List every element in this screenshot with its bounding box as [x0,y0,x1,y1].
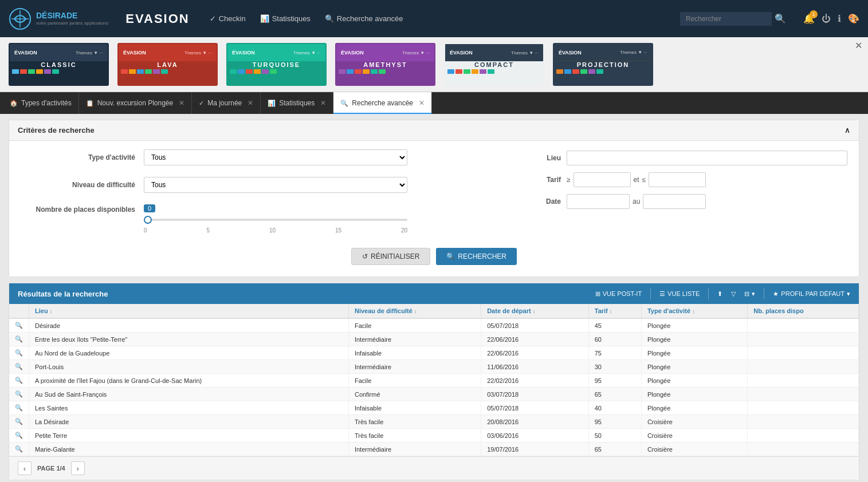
row-search-icon[interactable]: 🔍 [9,415,29,429]
col-search [9,304,29,318]
export-action[interactable]: ⬆ [717,290,722,298]
tab-recherche-avancee[interactable]: 🔍 Recherche avancée ✕ [333,92,432,114]
tab-ma-journee[interactable]: ✓ Ma journée ✕ [192,92,261,114]
cell-date: 22/06/2016 [481,346,589,360]
table-row[interactable]: 🔍 Désirade Facile 05/07/2018 45 Plongée [9,318,859,333]
date-to-input[interactable] [643,194,706,209]
pagination: ‹ PAGE 1/4 › [9,456,859,480]
next-page-button[interactable]: › [71,461,85,475]
cell-tarif: 95 [588,415,641,429]
row-search-icon[interactable]: 🔍 [9,401,29,415]
row-search-icon[interactable]: 🔍 [9,388,29,401]
columns-action[interactable]: ⊟ ▾ [744,290,755,298]
cell-niveau: Intermédiaire [348,333,481,346]
table-row[interactable]: 🔍 Petite Terre Très facile 03/06/2016 50… [9,429,859,443]
slider-thumb[interactable] [144,216,152,224]
notification-icon[interactable]: 🔔 1 [803,13,815,24]
info-icon[interactable]: ℹ [838,13,841,24]
date-from-input[interactable] [567,194,630,209]
cell-type: Croisière [641,415,747,429]
tab-nouv-excursion[interactable]: 📋 Nouv. excursion Plongée ✕ [79,92,193,114]
results-table: Lieu ↕ Niveau de difficulté ↕ Date de dé… [9,304,859,456]
cell-tarif: 30 [588,360,641,374]
cell-type: Plongée [641,360,747,374]
cell-date: 05/07/2018 [481,318,589,333]
col-nb-places[interactable]: Nb. places dispo [748,304,859,318]
tab-close-journee[interactable]: ✕ [248,99,253,107]
vue-liste-action[interactable]: ☰ VUE LISTE [659,290,700,298]
cell-nb-places [748,443,859,456]
postit-icon: ⊞ [595,290,600,298]
search-submit-icon[interactable]: 🔍 [775,13,786,24]
filter-action[interactable]: ▽ [731,290,736,298]
row-search-icon[interactable]: 🔍 [9,443,29,456]
table-row[interactable]: 🔍 La Désirade Très facile 20/08/2016 95 … [9,415,859,429]
col-date[interactable]: Date de départ ↕ [481,304,589,318]
chart-icon: 📊 [260,14,269,23]
stats-icon: 📊 [268,100,276,107]
table-header-row: Lieu ↕ Niveau de difficulté ↕ Date de dé… [9,304,859,318]
lieu-label: Lieu [532,154,561,162]
cell-tarif: 75 [588,346,641,360]
row-search-icon[interactable]: 🔍 [9,346,29,360]
collapse-icon[interactable]: ∧ [845,126,850,135]
tab-statistiques[interactable]: 📊 Statistiques ✕ [261,92,333,114]
slider-mark-0: 0 [144,227,147,234]
lieu-input[interactable] [567,151,847,165]
check-icon: ✓ [210,14,216,23]
table-row[interactable]: 🔍 Au Nord de la Guadeloupe Infaisable 22… [9,346,859,360]
reset-button[interactable]: ↺ RÉINITIALISER [351,248,430,265]
col-niveau[interactable]: Niveau de difficulté ↕ [348,304,481,318]
nav-statistiques[interactable]: 📊 Statistiques [260,14,311,23]
power-icon[interactable]: ⏻ [822,14,831,24]
palette-icon[interactable]: 🎨 [848,13,859,24]
table-row[interactable]: 🔍 A proximité de l'îlet Fajou (dans le G… [9,374,859,388]
table-row[interactable]: 🔍 Au Sud de Saint-François Confirmé 03/0… [9,388,859,401]
theme-compact[interactable]: ÉVASION Themes ▼ ··· COMPACT [444,43,544,86]
close-theme-panel[interactable]: ✕ [855,40,862,51]
nb-places-label: Nombre de places disponibles [21,204,135,214]
cell-tarif: 65 [588,388,641,401]
tarif-lte-input[interactable] [649,172,706,187]
col-type[interactable]: Type d'activité ↕ [641,304,747,318]
theme-amethyst-label: AMETHYST [363,61,407,68]
theme-projection[interactable]: ÉVASION Themes ▼ ··· PROJECTION [553,43,653,86]
tab-close-stats[interactable]: ✕ [320,99,326,107]
header-nav: ✓ Checkin 📊 Statistiques 🔍 Recherche ava… [210,14,403,23]
table-row[interactable]: 🔍 Entre les deux îlots "Petite-Terre" In… [9,333,859,346]
table-row[interactable]: 🔍 Les Saintes Infaisable 05/07/2018 40 P… [9,401,859,415]
theme-amethyst[interactable]: ÉVASION Themes ▼ ··· AMETHYST [335,43,435,86]
main-content: Critères de recherche ∧ Type d'activité … [0,114,868,482]
row-search-icon[interactable]: 🔍 [9,318,29,333]
header-search: 🔍 [680,12,786,26]
type-activite-select[interactable]: Tous Plongée Croisière Randonnée [144,149,407,165]
theme-lava[interactable]: ÉVASION Themes ▼ ··· LAVA [117,43,218,86]
prev-page-button[interactable]: ‹ [18,461,32,475]
col-lieu[interactable]: Lieu ↕ [29,304,349,318]
cell-tarif: 45 [588,318,641,333]
tab-types-activites[interactable]: 🏠 Types d'activités [3,92,79,114]
row-search-icon[interactable]: 🔍 [9,333,29,346]
lieu-sort-icon: ↕ [50,309,53,314]
theme-turquoise[interactable]: ÉVASION Themes ▼ ··· TURQUOISE [226,43,327,86]
search-button[interactable]: 🔍 RECHERCHER [436,248,517,265]
table-row[interactable]: 🔍 Port-Louis Intermédiaire 11/06/2016 30… [9,360,859,374]
nav-checkin[interactable]: ✓ Checkin [210,14,246,23]
nav-recherche[interactable]: 🔍 Recherche avancée [325,14,403,23]
tab-close-excursion[interactable]: ✕ [179,99,184,107]
tab-close-recherche[interactable]: ✕ [419,99,425,107]
col-tarif[interactable]: Tarif ↕ [588,304,641,318]
row-search-icon[interactable]: 🔍 [9,429,29,443]
vue-postit-action[interactable]: ⊞ VUE POST-IT [595,290,642,298]
niveau-difficulte-select[interactable]: Tous Facile Intermédiaire Difficile Infa… [144,177,407,193]
row-search-icon[interactable]: 🔍 [9,374,29,388]
cell-tarif: 65 [588,443,641,456]
search-input[interactable] [680,12,772,26]
tarif-gte-input[interactable] [574,172,631,187]
theme-classic[interactable]: ÉVASION Themes ▼ ··· CLASSIC [9,43,109,86]
app-header: DÉSIRADE votre partenaire jardins applic… [0,0,868,37]
row-search-icon[interactable]: 🔍 [9,360,29,374]
table-row[interactable]: 🔍 Marie-Galante Intermédiaire 19/07/2016… [9,443,859,456]
slider-mark-15: 15 [335,227,341,234]
profil-action[interactable]: ★ PROFIL PAR DÉFAUT ▾ [773,290,850,298]
